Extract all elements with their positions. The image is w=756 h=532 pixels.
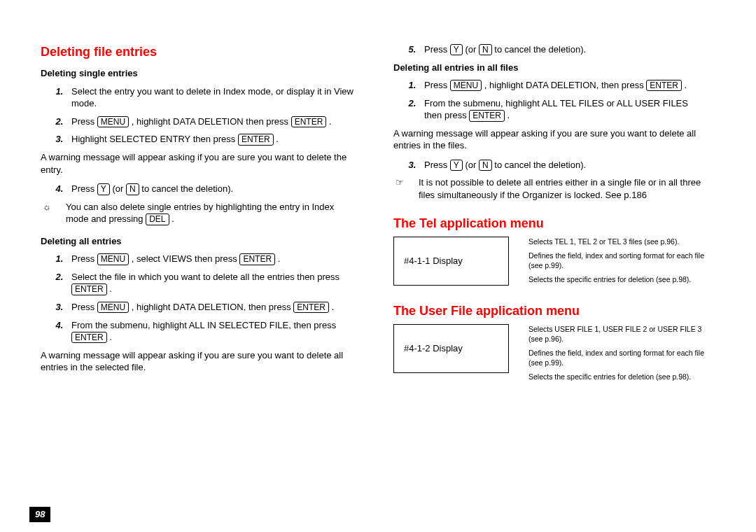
step: From the submenu, highlight ALL IN SELEC…: [66, 319, 354, 344]
right-column: Press Y (or N to cancel the deletion). D…: [393, 43, 707, 386]
heading-tel-app-menu: The Tel application menu: [393, 215, 707, 232]
lightbulb-icon: ☼: [41, 201, 53, 225]
two-column-layout: Deleting file entries Deleting single en…: [0, 0, 756, 386]
subheading-deleting-all: Deleting all entries: [41, 235, 354, 248]
step: Press Y (or N to cancel the deletion).: [66, 183, 354, 195]
heading-deleting-file-entries: Deleting file entries: [41, 43, 354, 60]
left-column: Deleting file entries Deleting single en…: [41, 43, 354, 386]
steps-single-cont: Press Y (or N to cancel the deletion).: [41, 183, 354, 195]
key-menu: MENU: [97, 253, 129, 265]
heading-user-file-app-menu: The User File application menu: [393, 302, 707, 319]
steps-single: Select the entry you want to delete in I…: [41, 85, 354, 146]
step: Press Y (or N to cancel the deletion).: [419, 159, 707, 172]
steps-all-files: Press MENU , highlight DATA DELETION, th…: [393, 79, 707, 122]
tel-display-box: #4-1-1 Display: [393, 237, 509, 286]
key-del: DEL: [146, 214, 169, 225]
tel-menu-description: Selects TEL 1, TEL 2 or TEL 3 files (see…: [528, 237, 707, 289]
key-n: N: [126, 183, 139, 195]
key-n: N: [479, 44, 492, 55]
key-enter: ENTER: [239, 253, 275, 265]
key-y: Y: [450, 44, 463, 55]
lock-note: ☞ It is not possible to delete all entri…: [393, 176, 707, 201]
step: Press MENU , highlight DATA DELETION, th…: [66, 301, 354, 314]
manual-page: Deleting file entries Deleting single en…: [0, 0, 756, 532]
key-enter: ENTER: [293, 302, 329, 313]
step: Select the entry you want to delete in I…: [66, 85, 354, 110]
step: Press Y (or N to cancel the deletion).: [419, 43, 707, 56]
key-enter: ENTER: [238, 134, 274, 145]
page-number: 98: [29, 507, 50, 522]
key-menu: MENU: [97, 116, 129, 127]
step: Select the file in which you want to del…: [66, 271, 354, 295]
step: Highlight SELECTED ENTRY then press ENTE…: [66, 133, 354, 146]
key-enter: ENTER: [469, 110, 505, 121]
steps-all: Press MENU , select VIEWS then press ENT…: [41, 253, 354, 343]
step: Press MENU , highlight DATA DELETION, th…: [419, 79, 707, 92]
step: From the submenu, highlight ALL TEL FILE…: [419, 97, 707, 122]
key-n: N: [479, 160, 492, 171]
key-enter: ENTER: [71, 332, 107, 343]
key-y: Y: [450, 160, 463, 171]
userfile-display-box: #4-1-2 Display: [393, 324, 509, 373]
userfile-menu-description: Selects USER FILE 1, USER FILE 2 or USER…: [528, 324, 707, 386]
tip-note: ☼ You can also delete single entries by …: [41, 201, 354, 225]
tel-menu-row: #4-1-1 Display Selects TEL 1, TEL 2 or T…: [393, 237, 707, 289]
subheading-deleting-single: Deleting single entries: [41, 67, 354, 80]
key-menu: MENU: [450, 80, 482, 91]
steps-continuation: Press Y (or N to cancel the deletion).: [393, 43, 707, 56]
key-y: Y: [97, 183, 110, 195]
key-enter: ENTER: [291, 116, 327, 127]
warning-text: A warning message will appear asking if …: [41, 349, 354, 374]
step: Press MENU , select VIEWS then press ENT…: [66, 253, 354, 265]
userfile-menu-row: #4-1-2 Display Selects USER FILE 1, USER…: [393, 324, 707, 386]
step: Press MENU , highlight DATA DELETION the…: [66, 115, 354, 128]
key-enter: ENTER: [646, 80, 682, 91]
steps-all-files-cont: Press Y (or N to cancel the deletion).: [393, 159, 707, 172]
key-enter: ENTER: [71, 284, 107, 295]
warning-text: A warning message will appear asking if …: [41, 151, 354, 176]
warning-text: A warning message will appear asking if …: [393, 127, 707, 152]
pointing-hand-icon: ☞: [393, 176, 406, 201]
subheading-deleting-all-files: Deleting all entries in all files: [393, 62, 707, 74]
key-menu: MENU: [97, 302, 129, 313]
